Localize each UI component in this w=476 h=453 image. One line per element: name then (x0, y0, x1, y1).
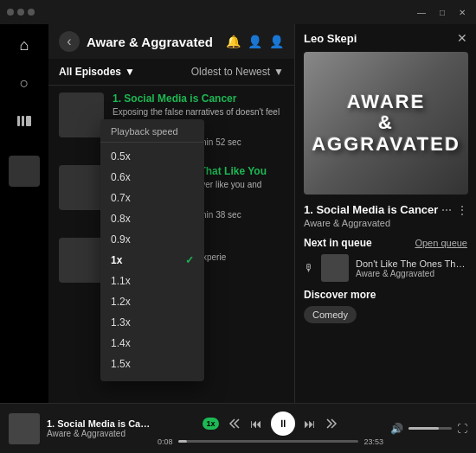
sort-chevron-down-icon: ▼ (273, 66, 284, 78)
title-bar-dot-1 (7, 9, 14, 16)
episode-title-1: 1. Social Media is Cancer (113, 93, 284, 105)
open-queue-link[interactable]: Open queue (415, 238, 467, 248)
app-body: ⌂ ○ ‹ Aware & Aggravated 🔔 👤 👤 All (0, 24, 476, 403)
queue-info: Don't Like The Ones That Like Yo... Awar… (356, 258, 467, 278)
back-button[interactable]: ‹ (59, 31, 80, 52)
notifications-icon[interactable]: 🔔 (226, 35, 241, 48)
episode-thumbnail-3 (59, 238, 104, 283)
sidebar-icon-library[interactable] (14, 111, 35, 131)
sidebar: ⌂ ○ (0, 24, 48, 403)
episode-thumbnail-2 (59, 165, 104, 210)
maximize-button[interactable]: □ (436, 6, 448, 19)
rewind-button[interactable] (228, 417, 241, 431)
speed-option-07x[interactable]: 0.7x (100, 188, 204, 208)
progress-row: 0:08 23:53 (158, 437, 383, 446)
playback-speed-badge[interactable]: 1x (203, 418, 218, 430)
center-content: ‹ Aware & Aggravated 🔔 👤 👤 All Episodes … (48, 24, 294, 403)
svg-rect-1 (22, 116, 24, 126)
skip-back-button[interactable]: ⏮ (250, 417, 262, 431)
right-panel-host-name: Leo Skepi (304, 32, 357, 45)
fullscreen-icon[interactable]: ⛶ (457, 423, 467, 435)
queue-track-name: Don't Like The Ones That Like Yo... (356, 258, 467, 269)
filter-chevron-down-icon: ▼ (125, 66, 135, 78)
now-playing-title: 1. Social Media is Cancer (304, 203, 441, 216)
speed-option-1x[interactable]: 1x ✓ (100, 250, 204, 271)
sidebar-icon-home[interactable]: ⌂ (14, 35, 35, 55)
discover-section: Discover more Comedy (295, 289, 476, 323)
sidebar-icon-search[interactable]: ○ (14, 73, 35, 93)
queue-title: Next in queue (304, 237, 372, 249)
title-bar-dots (7, 9, 35, 16)
speed-option-09x[interactable]: 0.9x (100, 229, 204, 250)
podcast-queue-icon: 🎙 (304, 262, 314, 274)
player-bar: 1. Social Media is Cancer Aware & Aggrav… (0, 403, 476, 453)
queue-section: Next in queue Open queue 🎙 Don't Like Th… (295, 237, 476, 282)
close-right-panel-button[interactable]: ✕ (457, 31, 467, 45)
speed-option-06x[interactable]: 0.6x (100, 167, 204, 188)
speed-option-12x[interactable]: 1.2x (100, 291, 204, 312)
player-right-controls: 🔊 ⛶ (390, 423, 467, 435)
more-options-icon[interactable]: ⋯ (441, 204, 452, 216)
minimize-button[interactable]: — (414, 6, 429, 19)
all-episodes-filter[interactable]: All Episodes ▼ (59, 66, 135, 78)
player-info: 1. Social Media is Cancer Aware & Aggrav… (47, 418, 151, 438)
episode-thumbnail-1 (59, 93, 104, 137)
volume-bar[interactable] (408, 427, 452, 430)
sort-button[interactable]: Oldest to Newest ▼ (191, 66, 284, 78)
time-current: 0:08 (158, 437, 173, 446)
volume-fill (408, 427, 439, 430)
time-total: 23:53 (363, 437, 383, 446)
podcast-header: ‹ Aware & Aggravated 🔔 👤 👤 (48, 24, 294, 59)
speed-check-icon: ✓ (185, 254, 194, 266)
share-icon[interactable]: 👤 (248, 35, 262, 48)
queue-header: Next in queue Open queue (304, 237, 467, 249)
profile-icon[interactable]: 👤 (269, 35, 284, 48)
right-panel: Leo Skepi ✕ AWARE&AGGRAVATED 1. Social M… (294, 24, 476, 403)
queue-podcast-name: Aware & Aggravated (356, 269, 467, 278)
progress-bar[interactable] (178, 440, 359, 443)
player-track-name: 1. Social Media is Cancer (47, 418, 151, 429)
speed-option-08x[interactable]: 0.8x (100, 208, 204, 229)
title-bar-dot-2 (17, 9, 24, 16)
player-buttons: 1x ⏮ ⏸ ⏭ (203, 412, 338, 436)
speed-option-11x[interactable]: 1.1x (100, 271, 204, 291)
header-icons: 🔔 👤 👤 (226, 35, 284, 48)
speed-option-13x[interactable]: 1.3x (100, 312, 204, 333)
speed-option-05x[interactable]: 0.5x (100, 146, 204, 167)
filter-bar: All Episodes ▼ Oldest to Newest ▼ (48, 59, 294, 86)
svg-rect-2 (26, 116, 31, 126)
all-episodes-label: All Episodes (59, 66, 121, 78)
queue-item[interactable]: 🎙 Don't Like The Ones That Like Yo... Aw… (304, 254, 467, 282)
speed-option-14x[interactable]: 1.4x (100, 333, 204, 354)
menu-icon[interactable]: ⋮ (457, 204, 467, 216)
progress-fill (178, 440, 187, 443)
pause-play-button[interactable]: ⏸ (271, 412, 295, 436)
sidebar-podcast-thumb[interactable] (9, 156, 40, 187)
title-bar-dot-3 (28, 9, 35, 16)
speed-option-15x[interactable]: 1.5x (100, 354, 204, 374)
speed-popup-title: Playback speed (100, 126, 204, 143)
right-panel-header: Leo Skepi ✕ (295, 24, 476, 52)
podcast-title: Aware & Aggravated (87, 35, 219, 49)
close-button[interactable]: ✕ (455, 6, 469, 19)
now-playing-icons: ⋯ ⋮ (441, 204, 467, 216)
title-bar: — □ ✕ (0, 0, 476, 24)
discover-title: Discover more (304, 289, 467, 301)
now-playing-title-row: 1. Social Media is Cancer ⋯ ⋮ (304, 203, 467, 216)
svg-rect-0 (17, 116, 20, 126)
sort-label: Oldest to Newest (191, 66, 270, 78)
now-playing-podcast: Aware & Aggravated (304, 218, 467, 228)
discover-tag-comedy[interactable]: Comedy (304, 306, 357, 323)
volume-icon[interactable]: 🔊 (390, 423, 403, 435)
title-bar-controls: — □ ✕ (414, 6, 469, 19)
skip-forward-button[interactable]: ⏭ (304, 417, 316, 431)
queue-thumbnail (321, 254, 349, 282)
cover-art-text: AWARE&AGGRAVATED (312, 92, 460, 155)
speed-popup: Playback speed 0.5x 0.6x 0.7x 0.8x 0.9x … (100, 119, 204, 381)
now-playing-section: 1. Social Media is Cancer ⋯ ⋮ Aware & Ag… (295, 203, 476, 237)
repeat-button[interactable] (325, 417, 338, 431)
cover-art: AWARE&AGGRAVATED (304, 52, 468, 195)
player-thumbnail (9, 413, 40, 444)
player-controls: 1x ⏮ ⏸ ⏭ 0:08 23:53 (158, 412, 383, 446)
player-podcast-name: Aware & Aggravated (47, 429, 151, 438)
